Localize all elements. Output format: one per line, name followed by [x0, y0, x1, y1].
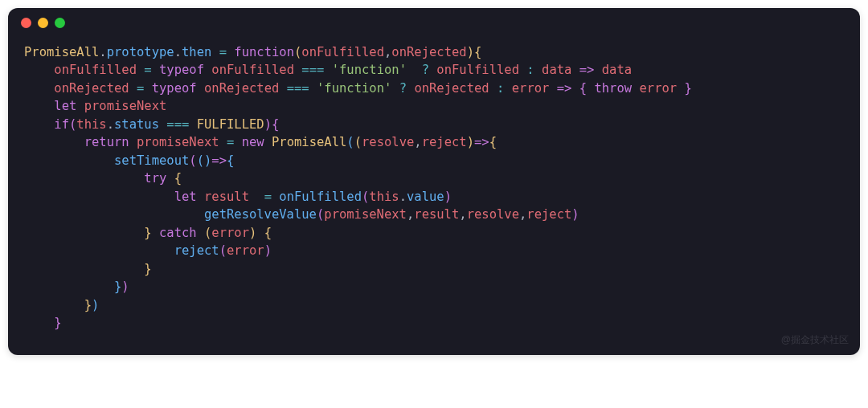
minimize-icon[interactable]: [38, 18, 48, 28]
code-window: PromiseAll.prototype.then = function(onF…: [8, 8, 860, 355]
close-icon[interactable]: [21, 18, 31, 28]
code-line: getResolveValue(promiseNext,result,resol…: [24, 207, 579, 222]
code-line: setTimeout(()=>{: [24, 153, 234, 168]
code-line: onFulfilled = typeof onFulfilled === 'fu…: [24, 63, 632, 77]
code-line: return promiseNext = new PromiseAll((res…: [24, 135, 497, 149]
code-line: } catch (error) {: [24, 226, 272, 240]
code-line: PromiseAll.prototype.then = function(onF…: [24, 45, 481, 59]
maximize-icon[interactable]: [55, 18, 65, 28]
watermark: @掘金技术社区: [781, 333, 849, 347]
code-line: }: [24, 316, 62, 330]
code-line: let promiseNext: [24, 99, 166, 113]
code-editor[interactable]: PromiseAll.prototype.then = function(onF…: [8, 37, 860, 355]
code-line: }): [24, 279, 129, 294]
code-line: }): [24, 298, 99, 312]
code-line: onRejected = typeof onRejected === 'func…: [24, 81, 692, 96]
code-line: }: [24, 262, 152, 276]
code-line: reject(error): [24, 243, 272, 258]
code-line: try {: [24, 171, 182, 186]
code-line: if(this.status === FULFILLED){: [24, 117, 279, 132]
titlebar: [8, 8, 860, 37]
code-line: let result = onFulfilled(this.value): [24, 190, 452, 204]
